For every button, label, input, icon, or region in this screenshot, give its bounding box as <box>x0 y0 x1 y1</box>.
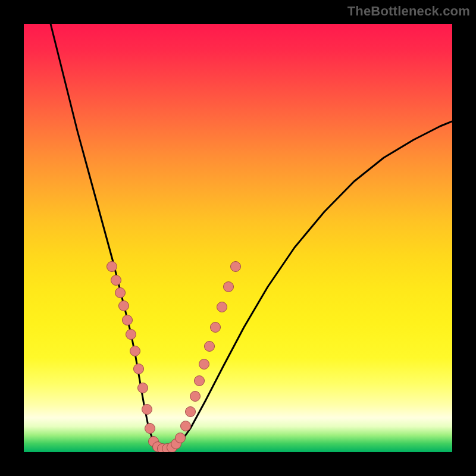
curve-path <box>51 24 452 449</box>
plot-area <box>24 24 452 452</box>
chart-svg <box>24 24 452 452</box>
data-marker <box>126 330 136 340</box>
data-marker <box>142 405 152 415</box>
data-marker <box>119 301 129 311</box>
data-marker <box>205 342 215 352</box>
data-marker <box>199 359 209 369</box>
data-marker <box>134 364 144 374</box>
data-marker <box>107 262 117 272</box>
data-marker <box>145 424 155 434</box>
data-marker <box>195 376 205 386</box>
image-frame: TheBottleneck.com <box>0 0 476 476</box>
data-marker <box>123 315 133 325</box>
data-marker <box>224 282 234 292</box>
data-marker <box>115 288 126 298</box>
data-marker <box>231 262 241 272</box>
data-marker <box>176 433 186 443</box>
watermark-text: TheBottleneck.com <box>347 4 470 19</box>
data-marker <box>181 421 191 431</box>
data-marker <box>211 322 221 333</box>
data-marker <box>111 275 121 286</box>
data-marker <box>186 407 196 417</box>
data-marker <box>217 302 227 312</box>
data-marker <box>190 392 201 402</box>
marker-group <box>107 262 241 453</box>
data-marker <box>130 346 140 356</box>
data-marker <box>138 383 148 393</box>
bottleneck-curve <box>51 24 452 449</box>
